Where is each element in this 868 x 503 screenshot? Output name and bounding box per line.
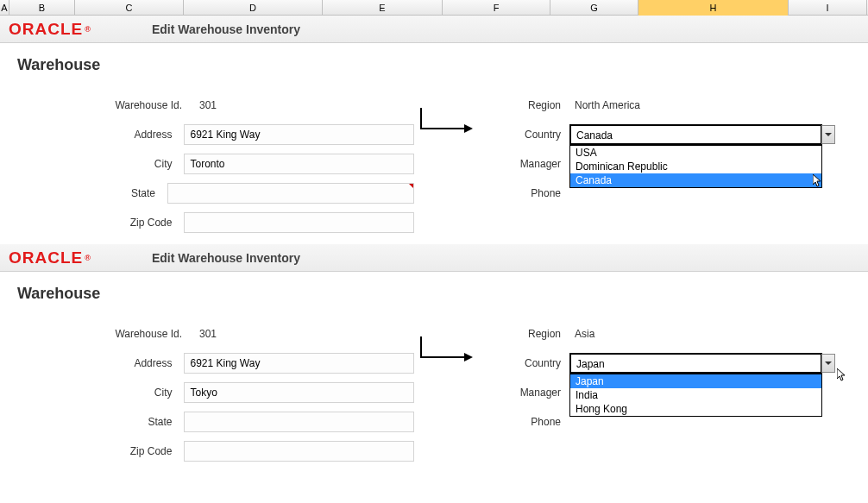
title-bar: ORACLE® Edit Warehouse Inventory	[0, 16, 868, 43]
col-header-h[interactable]: H	[638, 0, 789, 16]
dependency-arrow-icon	[414, 331, 476, 366]
city-input[interactable]	[184, 154, 414, 174]
title-bar: ORACLE® Edit Warehouse Inventory	[0, 244, 868, 272]
svg-marker-3	[825, 362, 832, 365]
region-label: Region	[475, 99, 569, 111]
zipcode-input[interactable]	[184, 212, 414, 233]
warehouse-form-section: Warehouse Warehouse Id. 301 Address City…	[0, 272, 868, 461]
city-input[interactable]	[184, 382, 414, 403]
cell-indicator-icon	[409, 184, 413, 188]
oracle-logo: ORACLE®	[9, 248, 91, 267]
country-option-2[interactable]: Hong Kong	[570, 402, 821, 416]
region-value: North America	[569, 99, 640, 111]
country-label: Country	[475, 129, 569, 141]
phone-label: Phone	[475, 187, 569, 199]
warehouse-id-label: Warehouse Id.	[43, 328, 194, 340]
manager-label: Manager	[475, 158, 569, 170]
country-option-0[interactable]: USA	[570, 146, 821, 160]
svg-marker-2	[464, 353, 473, 362]
country-dropdown[interactable]: Canada USA Dominican Republic Canada	[569, 124, 835, 145]
zipcode-label: Zip Code	[43, 445, 184, 457]
state-input[interactable]	[184, 412, 414, 432]
country-option-0[interactable]: Japan	[570, 374, 821, 388]
col-header-c[interactable]: C	[75, 0, 184, 16]
page-title: Edit Warehouse Inventory	[152, 251, 300, 265]
country-dropdown[interactable]: Japan Japan India Hong Kong	[569, 353, 835, 374]
svg-marker-1	[825, 133, 832, 136]
address-label: Address	[43, 357, 184, 369]
col-header-a[interactable]: A	[0, 0, 9, 16]
mouse-cursor-icon	[837, 368, 849, 382]
address-input[interactable]	[184, 124, 414, 145]
country-dropdown-list: USA Dominican Republic Canada	[569, 145, 822, 188]
warehouse-id-value: 301	[194, 99, 217, 111]
region-value: Asia	[569, 328, 594, 340]
warehouse-id-label: Warehouse Id.	[43, 99, 194, 111]
dropdown-arrow-button[interactable]	[821, 354, 835, 373]
col-header-e[interactable]: E	[323, 0, 443, 16]
section-header: Warehouse	[17, 56, 859, 83]
country-option-1[interactable]: Dominican Republic	[570, 160, 821, 173]
dependency-arrow-icon	[414, 103, 476, 137]
spreadsheet-column-headers: A B C D E F G H I	[0, 0, 868, 16]
city-label: City	[43, 387, 184, 399]
address-label: Address	[43, 129, 184, 141]
state-label: State	[43, 187, 167, 199]
form-instance-2: ORACLE® Edit Warehouse Inventory Warehou…	[0, 244, 868, 461]
section-header: Warehouse	[17, 285, 859, 311]
region-label: Region	[475, 328, 569, 340]
page-title: Edit Warehouse Inventory	[152, 22, 300, 36]
manager-label: Manager	[475, 387, 569, 399]
state-label: State	[43, 416, 184, 428]
city-label: City	[43, 158, 184, 170]
zipcode-label: Zip Code	[43, 217, 184, 229]
country-label: Country	[475, 357, 569, 369]
col-header-b[interactable]: B	[9, 0, 75, 16]
phone-label: Phone	[475, 416, 569, 428]
country-option-1[interactable]: India	[570, 388, 821, 402]
state-input[interactable]	[167, 183, 414, 204]
form-instance-1: ORACLE® Edit Warehouse Inventory Warehou…	[0, 16, 868, 232]
col-header-d[interactable]: D	[184, 0, 323, 16]
country-selected[interactable]: Japan	[569, 353, 822, 374]
zipcode-input[interactable]	[184, 441, 414, 462]
address-input[interactable]	[184, 353, 414, 374]
dropdown-arrow-button[interactable]	[821, 125, 835, 144]
col-header-i[interactable]: I	[789, 0, 867, 16]
country-option-2[interactable]: Canada	[570, 173, 821, 187]
oracle-logo: ORACLE®	[9, 20, 91, 39]
country-dropdown-list: Japan India Hong Kong	[569, 374, 822, 417]
col-header-f[interactable]: F	[443, 0, 550, 16]
warehouse-id-value: 301	[194, 328, 217, 340]
col-header-g[interactable]: G	[550, 0, 638, 16]
svg-marker-0	[464, 124, 473, 133]
country-selected[interactable]: Canada	[569, 124, 822, 145]
warehouse-form-section: Warehouse Warehouse Id. 301 Address City…	[0, 43, 868, 232]
